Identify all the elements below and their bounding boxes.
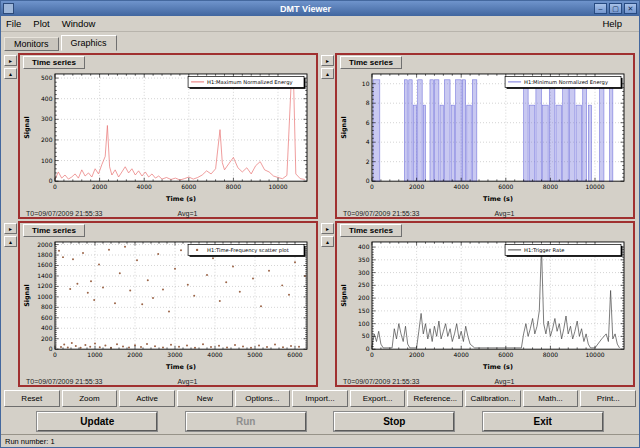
svg-text:Signal: Signal — [23, 116, 31, 139]
reference-button[interactable]: Reference... — [407, 390, 463, 407]
close-icon[interactable]: ✕ — [624, 3, 637, 14]
svg-text:500: 500 — [41, 74, 53, 81]
svg-text:350: 350 — [358, 256, 370, 263]
svg-text:10000: 10000 — [268, 183, 287, 190]
svg-text:150: 150 — [358, 307, 370, 314]
menu-file[interactable]: File — [6, 18, 21, 29]
t0-label: T0=09/07/2009 21:55:33 — [343, 378, 495, 385]
svg-text:6000: 6000 — [287, 351, 302, 358]
svg-text:5000: 5000 — [247, 351, 262, 358]
svg-text:Time (s): Time (s) — [483, 363, 513, 371]
app-icon — [3, 3, 14, 14]
svg-text:8000: 8000 — [226, 183, 241, 190]
svg-text:100: 100 — [41, 157, 53, 164]
svg-text:2000: 2000 — [409, 351, 424, 358]
panel-tab-time-series[interactable]: Time series — [340, 224, 402, 237]
panel-pop-icon[interactable]: ▸ — [4, 223, 17, 234]
panel-tab-time-series[interactable]: Time series — [23, 224, 85, 237]
run-controls: Update Run Stop Exit — [1, 408, 639, 434]
svg-text:1400: 1400 — [37, 272, 52, 279]
tab-monitors[interactable]: Monitors — [4, 37, 59, 51]
chart-maximum-normalized-energy[interactable]: 02000400060008000100000100200300400500Ti… — [22, 69, 314, 204]
svg-text:300: 300 — [41, 115, 53, 122]
update-button[interactable]: Update — [37, 412, 157, 431]
tab-bar: Monitors Graphics — [1, 32, 639, 51]
panel-pop-icon[interactable]: ▸ — [4, 55, 17, 66]
avg-label: Avg=1 — [495, 210, 515, 217]
svg-text:0: 0 — [366, 345, 370, 352]
svg-text:100: 100 — [358, 320, 370, 327]
export-button[interactable]: Export... — [350, 390, 406, 407]
svg-text:10: 10 — [362, 80, 370, 87]
panel-collapse-icon[interactable]: ▴ — [4, 68, 17, 79]
minimize-icon[interactable]: – — [594, 3, 607, 14]
chart-trigger-rate[interactable]: 0200040006000800010000050100150200250300… — [339, 237, 631, 372]
maximize-icon[interactable]: ▢ — [609, 3, 622, 14]
panel-collapse-icon[interactable]: ▴ — [321, 236, 334, 247]
svg-text:2000: 2000 — [127, 351, 142, 358]
panel-collapse-icon[interactable]: ▴ — [4, 236, 17, 247]
active-button[interactable]: Active — [119, 390, 175, 407]
status-bar: Run number: 1 — [1, 434, 639, 447]
avg-label: Avg=1 — [495, 378, 515, 385]
svg-text:6: 6 — [366, 119, 370, 126]
svg-text:Signal: Signal — [340, 116, 348, 139]
svg-text:0: 0 — [53, 183, 57, 190]
svg-text:400: 400 — [41, 324, 53, 331]
panel-pop-icon[interactable]: ▸ — [321, 223, 334, 234]
svg-text:10000: 10000 — [585, 351, 604, 358]
panel-tab-time-series[interactable]: Time series — [340, 56, 402, 69]
run-button[interactable]: Run — [186, 412, 306, 431]
svg-text:250: 250 — [358, 281, 370, 288]
plot-panel-top-right: Time series 0200040006000800010000024681… — [335, 53, 635, 219]
options-button[interactable]: Options... — [235, 390, 291, 407]
svg-text:200: 200 — [41, 335, 53, 342]
svg-text:4000: 4000 — [137, 183, 152, 190]
svg-text:0: 0 — [370, 183, 374, 190]
svg-text:1800: 1800 — [37, 251, 52, 258]
panel-pop-icon[interactable]: ▸ — [321, 55, 334, 66]
exit-button[interactable]: Exit — [483, 412, 603, 431]
svg-text:Time (s): Time (s) — [483, 195, 513, 203]
stop-button[interactable]: Stop — [334, 412, 454, 431]
svg-text:2000: 2000 — [409, 183, 424, 190]
import-button[interactable]: Import... — [292, 390, 348, 407]
svg-text:600: 600 — [41, 314, 53, 321]
svg-text:50: 50 — [362, 332, 370, 339]
svg-text:8000: 8000 — [543, 351, 558, 358]
chart-minimum-normalized-energy[interactable]: 02000400060008000100000246810Time (s)Sig… — [339, 69, 631, 204]
svg-text:2000: 2000 — [92, 183, 107, 190]
avg-label: Avg=1 — [178, 210, 198, 217]
plot-grid: ▸ ▴ Time series 020004000600080001000001… — [1, 51, 639, 389]
calibration-button[interactable]: Calibration... — [465, 390, 521, 407]
new-button[interactable]: New — [177, 390, 233, 407]
svg-text:0: 0 — [366, 177, 370, 184]
run-number-label: Run number: 1 — [5, 437, 55, 446]
plot-panel-bottom-right: Time series 0200040006000800010000050100… — [335, 221, 635, 387]
menu-bar: File Plot Window Help — [1, 16, 639, 32]
menu-help[interactable]: Help — [602, 18, 622, 29]
svg-text:4000: 4000 — [454, 351, 469, 358]
menu-plot[interactable]: Plot — [33, 18, 49, 29]
menu-window[interactable]: Window — [62, 18, 96, 29]
svg-text:1000: 1000 — [87, 351, 102, 358]
svg-text:4000: 4000 — [454, 183, 469, 190]
panel-collapse-icon[interactable]: ▴ — [321, 68, 334, 79]
svg-text:400: 400 — [358, 243, 370, 250]
plot-panel-bottom-left: Time series 0100020003000400050006000020… — [18, 221, 318, 387]
math-button[interactable]: Math... — [523, 390, 579, 407]
svg-text:2: 2 — [366, 158, 370, 165]
panel-tab-time-series[interactable]: Time series — [23, 56, 85, 69]
chart-time-frequency-scatter[interactable]: 0100020003000400050006000020040060080010… — [22, 237, 314, 372]
svg-text:300: 300 — [358, 269, 370, 276]
svg-text:4000: 4000 — [207, 351, 222, 358]
svg-text:0: 0 — [370, 351, 374, 358]
print-button[interactable]: Print... — [580, 390, 636, 407]
tab-graphics[interactable]: Graphics — [61, 35, 117, 51]
svg-text:8000: 8000 — [543, 183, 558, 190]
svg-text:400: 400 — [41, 95, 53, 102]
t0-label: T0=09/07/2009 21:55:33 — [26, 210, 178, 217]
zoom-button[interactable]: Zoom — [62, 390, 118, 407]
reset-button[interactable]: Reset — [4, 390, 60, 407]
avg-label: Avg=1 — [178, 378, 198, 385]
